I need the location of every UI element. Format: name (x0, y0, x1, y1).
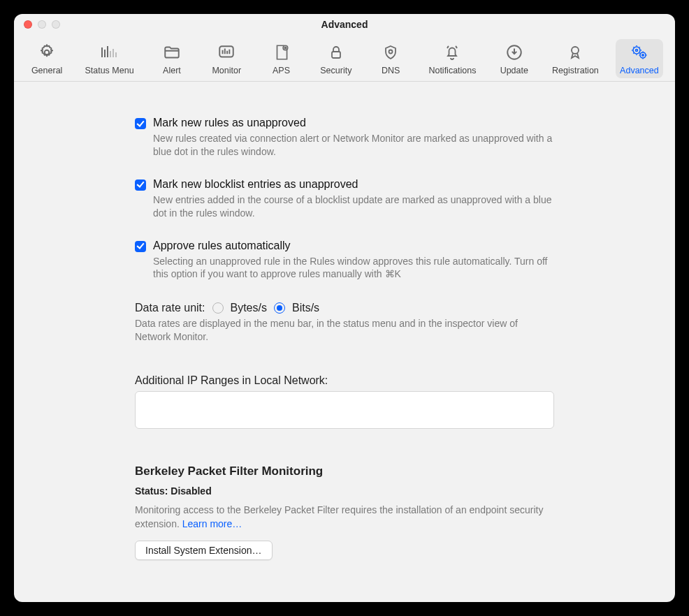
tab-label: Status Menu (85, 66, 133, 75)
tab-label: DNS (382, 66, 400, 75)
option-label[interactable]: Approve rules automatically (153, 240, 291, 252)
ip-ranges-label: Additional IP Ranges in Local Network: (135, 374, 554, 387)
window-title: Advanced (14, 19, 675, 30)
bpf-description: Monitoring access to the Berkeley Packet… (135, 504, 554, 531)
radio-bytes[interactable] (212, 302, 224, 314)
ribbon-icon (565, 42, 586, 63)
bpf-status: Status: Disabled (135, 485, 554, 497)
toolbar: General Status Menu Alert Monitor APS (14, 35, 675, 82)
tab-registration[interactable]: Registration (548, 39, 603, 78)
display-icon (216, 42, 237, 63)
shield-icon (380, 42, 401, 63)
option-label[interactable]: Mark new blocklist entries as unapproved (153, 178, 358, 191)
preferences-window: Advanced General Status Menu Alert Mon (14, 14, 675, 602)
tab-label: Monitor (212, 66, 241, 75)
tab-security[interactable]: Security (315, 39, 357, 78)
option-description: New rules created via connection alert o… (153, 132, 554, 159)
radio-bits-label[interactable]: Bits/s (292, 302, 319, 314)
bpf-heading: Berkeley Packet Filter Monitoring (135, 464, 554, 478)
document-gear-icon (271, 42, 292, 63)
checkbox-mark-rules[interactable] (135, 118, 146, 129)
tab-label: Advanced (620, 66, 659, 75)
svg-point-13 (283, 45, 288, 50)
option-mark-blocklist: Mark new blocklist entries as unapproved… (135, 178, 554, 220)
bars-icon (99, 42, 120, 63)
install-extension-button[interactable]: Install System Extension… (135, 541, 273, 560)
download-icon (504, 42, 525, 63)
svg-point-0 (45, 50, 50, 55)
tab-general[interactable]: General (26, 39, 68, 78)
tab-label: Alert (163, 66, 181, 75)
option-approve-auto: Approve rules automatically Selecting an… (135, 240, 554, 281)
tab-alert[interactable]: Alert (151, 39, 193, 78)
tab-label: General (31, 66, 62, 75)
svg-rect-15 (332, 52, 340, 58)
tab-status-menu[interactable]: Status Menu (80, 39, 138, 78)
data-rate-description: Data rates are displayed in the menu bar… (135, 317, 554, 344)
traffic-lights (14, 20, 60, 29)
lock-icon (326, 42, 347, 63)
checkbox-approve-auto[interactable] (135, 241, 146, 252)
option-description: New entries added in the course of a blo… (153, 193, 554, 220)
folder-icon (161, 42, 182, 63)
svg-rect-8 (219, 46, 233, 57)
tab-label: Registration (552, 66, 599, 75)
tab-monitor[interactable]: Monitor (205, 39, 247, 78)
tab-dns[interactable]: DNS (370, 39, 412, 78)
checkbox-mark-blocklist[interactable] (135, 179, 146, 191)
tab-label: Notifications (428, 66, 476, 75)
option-mark-rules: Mark new rules as unapproved New rules c… (135, 117, 554, 159)
minimize-button[interactable] (38, 20, 46, 29)
titlebar: Advanced (14, 14, 675, 35)
ip-ranges-input[interactable] (135, 391, 554, 429)
svg-point-19 (633, 47, 640, 54)
radio-bytes-label[interactable]: Bytes/s (231, 302, 267, 314)
tab-aps[interactable]: APS (261, 39, 303, 78)
data-rate-row: Data rate unit: Bytes/s Bits/s (135, 302, 554, 314)
tab-label: Security (320, 66, 351, 75)
svg-point-22 (642, 54, 644, 56)
double-gear-icon (629, 42, 650, 63)
fullscreen-button[interactable] (52, 20, 60, 29)
learn-more-link[interactable]: Learn more… (182, 518, 242, 529)
tab-advanced[interactable]: Advanced (616, 39, 663, 78)
close-button[interactable] (24, 20, 32, 29)
svg-point-21 (640, 52, 646, 58)
svg-point-16 (389, 50, 393, 54)
tab-notifications[interactable]: Notifications (424, 39, 480, 78)
svg-point-18 (572, 47, 579, 54)
tab-update[interactable]: Update (493, 39, 535, 78)
svg-point-20 (635, 50, 637, 52)
tab-label: APS (273, 66, 290, 75)
tab-label: Update (500, 66, 528, 75)
option-label[interactable]: Mark new rules as unapproved (153, 117, 306, 129)
bell-icon (442, 42, 463, 63)
data-rate-label: Data rate unit: (135, 302, 205, 314)
gear-icon (36, 42, 57, 63)
radio-bits[interactable] (274, 302, 285, 314)
option-description: Selecting an unapproved rule in the Rule… (153, 255, 554, 281)
content-area: Mark new rules as unapproved New rules c… (14, 82, 675, 602)
